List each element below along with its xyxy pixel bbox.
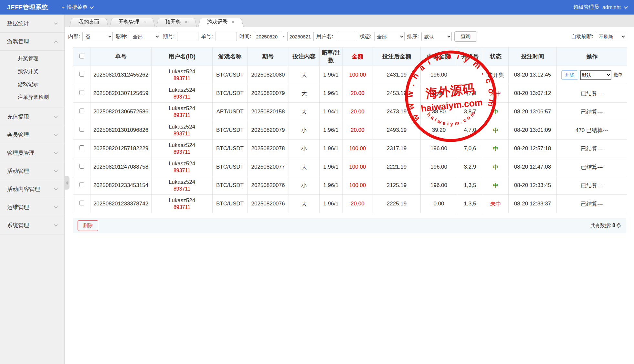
cell-select (73, 84, 90, 103)
cell-status: 中 (483, 103, 509, 121)
sidebar-item-label: 充值提现 (7, 113, 29, 120)
cell-bet-time: 08-20 13:07:12 (509, 84, 557, 103)
time-to-input[interactable] (287, 32, 314, 41)
cell-status: 中 (483, 140, 509, 158)
draw-button[interactable]: 开奖 (561, 70, 578, 80)
row-checkbox[interactable] (79, 90, 84, 95)
user-menu[interactable]: 超级管理员 adminht (573, 4, 627, 11)
cell-win-amount: 0.00 (421, 84, 457, 103)
cell-actions: 已结算--- (557, 158, 627, 176)
user-name: Lukasz524 (153, 179, 211, 185)
sidebar-subitem[interactable]: 预设开奖 (0, 65, 64, 78)
cell-game-name: BTC/USDT (213, 195, 248, 213)
time-separator: - (283, 34, 284, 39)
sidebar-item[interactable]: 游戏管理 (0, 33, 64, 51)
cell-order-no: 202508201306572586 (90, 103, 152, 121)
close-icon[interactable]: × (143, 19, 146, 25)
cell-game-name: BTC/USDT (213, 176, 248, 195)
sidebar-item[interactable]: 会员管理 (0, 126, 64, 144)
sidebar-item-label: 运维管理 (7, 203, 29, 211)
chevron-left-icon (66, 181, 69, 184)
cell-user: Lukasz524893711 (152, 84, 213, 103)
sidebar-item[interactable]: 系统管理 (0, 216, 64, 234)
draw-mode-select[interactable]: 默认 (580, 70, 611, 80)
delete-button[interactable]: 删除 (78, 220, 98, 231)
tab-开奖管理[interactable]: 开奖管理× (110, 17, 155, 27)
row-checkbox[interactable] (79, 127, 84, 132)
settled-text: 已结算--- (581, 146, 603, 152)
username-filter-input[interactable] (336, 32, 357, 41)
table-row: 202508201301096826Lukasz524893711BTC/USD… (73, 121, 627, 140)
cell-status: 中 (483, 158, 509, 176)
cell-odds: 1.96/1 (320, 140, 343, 158)
user-id: 893711 (153, 204, 211, 210)
sidebar-item-label: 数据统计 (7, 20, 29, 27)
user-id: 893711 (153, 168, 211, 173)
cell-status: 中 (483, 176, 509, 195)
user-name: Lukasz524 (153, 105, 211, 112)
cell-game-name: BTC/USDT (213, 140, 248, 158)
user-name: Lukasz524 (153, 197, 211, 204)
sidebar-item[interactable]: 充值提现 (0, 108, 64, 126)
row-checkbox[interactable] (79, 201, 84, 205)
cell-bet-content: 大 (289, 195, 320, 213)
column-header: 赔率/注数 (320, 47, 343, 66)
settled-text: 470 已结算--- (576, 127, 608, 133)
auto-refresh-select[interactable]: 不刷新 (596, 32, 626, 41)
table-body: 202508201312455262Lukasz524893711BTC/USD… (73, 66, 627, 213)
user-name: Lukasz524 (153, 68, 211, 75)
row-checkbox[interactable] (79, 109, 84, 113)
order-filter-input[interactable] (216, 32, 237, 41)
lottery-filter-select[interactable]: 全部 (130, 32, 160, 41)
chevron-down-icon (54, 205, 58, 208)
user-name: Lukasz524 (153, 161, 211, 167)
table-row: 202508201247088758Lukasz524893711BTC/USD… (73, 158, 627, 176)
lottery-filter-label: 彩种: (115, 33, 127, 40)
sidebar-subitem[interactable]: 游戏记录 (0, 78, 64, 91)
query-button[interactable]: 查询 (454, 31, 477, 42)
cell-period-no: 20250820078 (248, 140, 289, 158)
sidebar-item[interactable]: 数据统计 (0, 15, 64, 33)
sidebar-subitem[interactable]: 注单异常检测 (0, 91, 64, 104)
row-checkbox[interactable] (79, 164, 84, 169)
records-table-wrap: 单号用户名(ID)游戏名称期号投注内容赔率/注数金额投注后金额中奖金额开奖号状态… (73, 47, 626, 213)
status-filter-label: 状态: (360, 33, 371, 40)
sort-filter-select[interactable]: 默认 (421, 32, 452, 41)
chevron-down-icon (90, 5, 94, 9)
total-count-info: 共有数据:8条 (590, 223, 621, 229)
status-filter-select[interactable]: 全部 (374, 32, 405, 41)
period-filter-input[interactable] (177, 32, 198, 41)
cell-period-no: 20250820080 (248, 66, 289, 84)
cell-balance-after: 2221.19 (373, 158, 421, 176)
tab-游戏记录[interactable]: 游戏记录× (198, 17, 244, 27)
table-row: 202508201312455262Lukasz524893711BTC/USD… (73, 66, 627, 84)
sidebar-item[interactable]: 活动管理 (0, 162, 64, 180)
close-icon[interactable]: × (232, 19, 235, 25)
select-all-checkbox[interactable] (79, 54, 84, 58)
cell-balance-after: 2125.19 (373, 176, 421, 195)
tab-我的桌面[interactable]: 我的桌面 (69, 17, 108, 27)
sidebar-subitem[interactable]: 开奖管理 (0, 52, 64, 65)
sidebar-item[interactable]: 活动内容管理 (0, 180, 64, 198)
cell-select (73, 103, 90, 121)
row-checkbox[interactable] (79, 182, 84, 187)
cell-select (73, 158, 90, 176)
cell-order-no: 202508201307125659 (90, 84, 152, 103)
row-checkbox[interactable] (79, 72, 84, 77)
cell-actions: 已结算--- (557, 84, 627, 103)
cancel-order-link[interactable]: 撤单 (614, 72, 623, 78)
cell-amount: 100.00 (343, 158, 373, 176)
sidebar: 数据统计游戏管理开奖管理预设开奖游戏记录注单异常检测充值提现会员管理管理员管理活… (0, 15, 65, 364)
time-from-input[interactable] (254, 32, 280, 41)
close-icon[interactable]: × (185, 19, 188, 25)
sidebar-item[interactable]: 运维管理 (0, 198, 64, 216)
sidebar-collapse-handle[interactable] (65, 176, 69, 190)
cell-amount: 100.00 (343, 66, 373, 84)
quick-menu-button[interactable]: + 快捷菜单 (61, 4, 92, 11)
internal-filter-select[interactable]: 否 (82, 32, 113, 41)
tab-预开奖[interactable]: 预开奖× (156, 17, 197, 27)
sidebar-item[interactable]: 管理员管理 (0, 144, 64, 162)
row-checkbox[interactable] (79, 145, 84, 150)
cell-draw-no: 7,0,6 (457, 140, 483, 158)
cell-select (73, 66, 90, 84)
